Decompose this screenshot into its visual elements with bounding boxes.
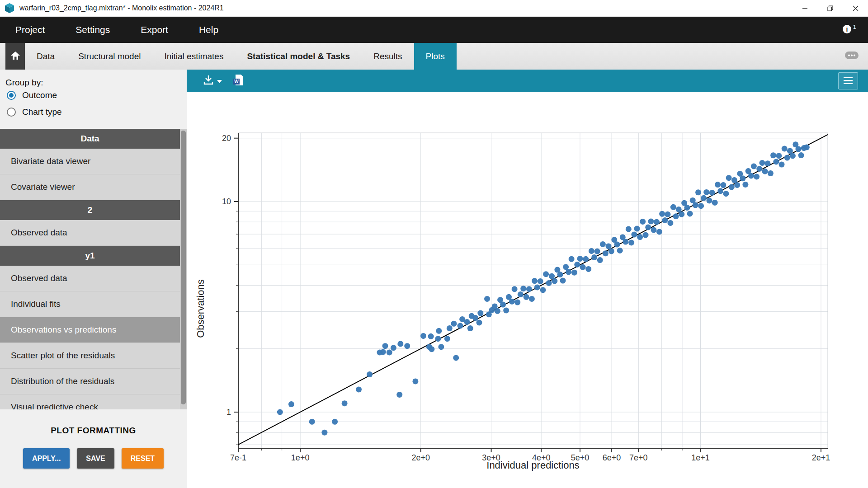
scatter-point — [709, 190, 715, 196]
group-by-label: Group by: — [5, 78, 43, 88]
scatter-point — [534, 285, 540, 291]
scatter-point — [397, 341, 403, 347]
scatter-point — [740, 175, 745, 181]
scatter-point — [540, 287, 546, 293]
tab-data[interactable]: Data — [25, 43, 66, 70]
menu-export[interactable]: Export — [125, 17, 184, 43]
scatter-point — [626, 226, 632, 232]
menu-help[interactable]: Help — [184, 17, 234, 43]
radio-outcome[interactable]: Outcome — [7, 90, 57, 100]
download-caret-icon — [217, 77, 222, 85]
scatter-point — [637, 234, 643, 240]
scatter-point — [585, 266, 591, 272]
x-tick-label: 1e+0 — [291, 453, 310, 462]
download-button[interactable] — [203, 75, 222, 87]
nav-item-visual-predictive-check[interactable]: Visual predictive check — [0, 394, 180, 409]
minimize-button[interactable] — [792, 0, 817, 16]
nav-item-bivariate-data-viewer[interactable]: Bivariate data viewer — [0, 149, 180, 174]
nav-item-observations-vs-predictions[interactable]: Observations vs predictions — [0, 317, 180, 343]
scatter-point — [687, 211, 693, 217]
section-header-data: Data — [0, 129, 180, 149]
y-axis-label: Observations — [195, 279, 206, 338]
nav-item-covariate-viewer[interactable]: Covariate viewer — [0, 174, 180, 200]
info-badge: 1 — [853, 23, 856, 30]
scatter-point — [779, 162, 785, 168]
reset-button[interactable]: RESET — [122, 448, 164, 469]
scatter-point — [717, 188, 723, 194]
title-bar: warfarin_r03_2cmp_tlag.mlxtran* - Monoli… — [0, 0, 868, 17]
info-icon[interactable]: i — [842, 24, 852, 36]
close-button[interactable] — [843, 0, 868, 16]
window-title: warfarin_r03_2cmp_tlag.mlxtran* - Monoli… — [19, 4, 224, 12]
scatter-point — [458, 323, 463, 329]
nav-item-observed-data-y1[interactable]: Observed data — [0, 266, 180, 291]
sidebar-scrollbar[interactable] — [180, 129, 187, 409]
scatter-point — [734, 182, 740, 188]
scatter-point — [804, 144, 810, 150]
scatter-point — [277, 409, 283, 415]
tab-structural-model[interactable]: Structural model — [66, 43, 152, 70]
section-header-y1: y1 — [0, 246, 180, 266]
scatter-point — [640, 219, 646, 225]
scatter-point — [396, 392, 402, 398]
x-tick-label: 6e+0 — [603, 453, 621, 462]
tab-home[interactable] — [5, 43, 25, 70]
scatter-point — [765, 160, 771, 166]
scatter-point — [560, 278, 566, 284]
scatter-point — [623, 239, 628, 245]
scatter-point — [631, 232, 637, 238]
tab-initial-estimates[interactable]: Initial estimates — [152, 43, 235, 70]
nav-item-individual-fits[interactable]: Individual fits — [0, 291, 180, 317]
plot-nav-list: Data Bivariate data viewer Covariate vie… — [0, 129, 180, 409]
scatter-point — [594, 249, 600, 254]
scatter-point — [367, 371, 373, 377]
scatter-point — [670, 204, 676, 210]
scatter-point — [484, 296, 490, 302]
tab-statistical-model-tasks[interactable]: Statistical model & Tasks — [235, 43, 362, 70]
plot-canvas[interactable]: 7e-11e+02e+03e+04e+05e+06e+07e+01e+12e+1… — [187, 92, 868, 488]
scatter-point — [520, 286, 526, 291]
menu-settings[interactable]: Settings — [60, 17, 125, 43]
scatter-point — [467, 325, 473, 331]
scatter-point — [382, 343, 388, 349]
plot-content: W 7e-11e+02e+03e+04e+05e+06e+07e+01e+12e… — [187, 70, 868, 488]
scatter-point — [790, 153, 796, 159]
y-tick-label: 20 — [222, 134, 231, 143]
scatter-point — [538, 278, 543, 284]
word-export-button[interactable]: W — [233, 74, 244, 88]
save-button[interactable]: SAVE — [77, 448, 114, 469]
tab-plots[interactable]: Plots — [414, 43, 457, 70]
radio-chart-type-button[interactable] — [7, 108, 16, 117]
radio-outcome-button[interactable] — [7, 91, 16, 100]
scatter-point — [597, 257, 603, 263]
nav-item-distribution-residuals[interactable]: Distribution of the residuals — [0, 369, 180, 394]
scatter-point — [651, 227, 657, 233]
plot-menu-button[interactable] — [838, 72, 858, 89]
scatter-point — [503, 308, 509, 314]
radio-chart-type-label: Chart type — [22, 107, 62, 117]
restore-button[interactable] — [817, 0, 843, 16]
nav-item-observed-data-2[interactable]: Observed data — [0, 220, 180, 246]
scatter-point — [438, 344, 444, 350]
nav-item-scatter-plot-residuals[interactable]: Scatter plot of the residuals — [0, 343, 180, 369]
menu-project[interactable]: Project — [0, 17, 60, 43]
tab-results[interactable]: Results — [362, 43, 414, 70]
scatter-point — [309, 419, 315, 425]
observations-vs-predictions-chart[interactable]: 7e-11e+02e+03e+04e+05e+06e+07e+01e+12e+1… — [187, 92, 868, 488]
feedback-icon[interactable] — [844, 51, 859, 62]
scatter-point — [464, 319, 470, 325]
scatter-point — [580, 264, 586, 270]
plot-formatting-label: PLOT FORMATTING — [0, 426, 187, 436]
scatter-point — [447, 325, 453, 331]
y-tick-label: 1 — [226, 408, 231, 417]
scatter-point — [614, 242, 620, 248]
scatter-point — [332, 419, 338, 425]
scatter-point — [762, 169, 768, 174]
radio-chart-type[interactable]: Chart type — [7, 107, 62, 117]
scatter-point — [391, 345, 396, 351]
sidebar-scrollbar-thumb[interactable] — [181, 131, 186, 404]
apply-button[interactable]: APPLY... — [23, 448, 70, 469]
x-tick-label: 7e-1 — [230, 453, 246, 462]
scatter-point — [729, 184, 735, 190]
scatter-point — [571, 270, 577, 276]
